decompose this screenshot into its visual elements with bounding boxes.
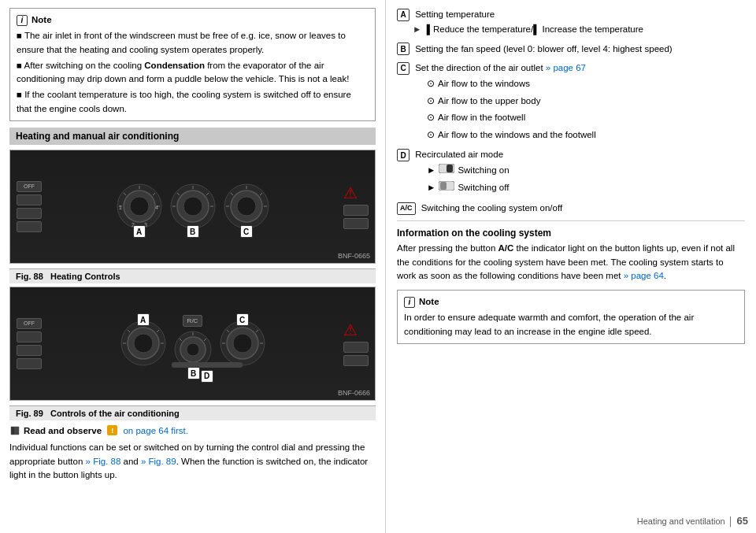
left-controls-88: OFF <box>17 181 42 232</box>
label-B-89: B <box>187 367 200 379</box>
caption-88: Fig. 88 Heating Controls <box>9 268 376 283</box>
switch-icon-on <box>439 163 454 179</box>
page-footer: Heating and ventilation │ 65 <box>637 515 748 527</box>
dial-C-89: C <box>219 320 266 367</box>
label-D-89: D <box>201 370 213 383</box>
section-item-AC: A/C Switching the cooling system on/off <box>397 202 745 215</box>
info-text: After pressing the button A/C the indica… <box>397 242 745 283</box>
dial-A-svg: 1 2 3 4 <box>116 183 163 230</box>
dial-C-svg-89 <box>219 320 266 367</box>
caption-text-88: Heating Controls <box>50 272 120 281</box>
badge-B: B <box>397 43 410 55</box>
left-controls-89: OFF <box>17 318 42 369</box>
btn-right2-89 <box>343 355 369 366</box>
section-item-D: D Recirculated air mode ► Switching on ► <box>397 148 745 195</box>
main-dials-88: 1 2 3 4 A <box>48 183 337 230</box>
sub-switching-off: ► Switching off <box>411 180 745 196</box>
read-observe-link[interactable]: on page 64 first. <box>120 426 188 435</box>
dial-A-svg-89 <box>120 320 167 367</box>
note-item-3: ■ If the coolant temperature is too high… <box>17 88 369 116</box>
svg-rect-54 <box>440 182 447 190</box>
body-text: Individual functions can be set or switc… <box>9 441 376 483</box>
item-D-label: Recirculated air mode <box>415 150 503 159</box>
panel-img-89: OFF <box>10 287 375 400</box>
dial-B-svg <box>169 183 217 230</box>
sub-text-1: Air flow to the windows <box>438 76 530 92</box>
air-icon-3: ⊙ <box>427 110 435 126</box>
fig88-link[interactable]: » Fig. 88 <box>86 457 121 466</box>
item-B-label: Setting the fan speed (level 0: blower o… <box>415 44 672 54</box>
sub-text-4: Air flow to the windows and the footwell <box>438 128 596 143</box>
note-box-left: i Note ■ The air inlet in front of the w… <box>9 8 376 121</box>
item-A-label: Setting temperature <box>415 9 495 19</box>
figure-89-wrapper: OFF <box>9 287 376 420</box>
svg-rect-52 <box>447 165 453 172</box>
caption-89: Fig. 89 Controls of the air conditioning <box>9 405 376 420</box>
dial-C-svg <box>223 183 270 230</box>
note-item-1: ■ The air inlet in front of the windscre… <box>17 29 369 57</box>
item-D-subs: ► Switching on ► Switching off <box>397 163 745 195</box>
switch-on-svg <box>439 164 454 173</box>
footer-label: Heating and ventilation <box>637 516 725 526</box>
right-controls-88: ⚠ <box>343 183 369 229</box>
sub-text-3: Air flow in the footwell <box>438 110 525 126</box>
svg-text:4: 4 <box>155 205 158 210</box>
fig89-link[interactable]: » Fig. 89 <box>141 457 176 466</box>
note-box-right: i Note In order to ensure adequate warmt… <box>397 290 745 344</box>
switch-icon-off <box>439 180 454 196</box>
item-A-sub-text: ▌Reduce the temperature/▌ Increase the t… <box>427 24 643 34</box>
section-item-C: C Set the direction of the air outlet » … <box>397 61 745 143</box>
footer-separator: │ <box>728 516 734 526</box>
dial-A-88: 1 2 3 4 A <box>116 183 163 230</box>
sub-item-footwell: ⊙ Air flow in the footwell <box>411 110 745 126</box>
exclamation-icon: ! <box>107 425 117 435</box>
item-C-link[interactable]: » page 67 <box>546 63 586 72</box>
read-observe: Read and observe ! on page 64 first. <box>9 425 376 436</box>
info-section: Information on the cooling system After … <box>397 228 745 283</box>
badge-C: C <box>397 62 410 75</box>
note-title: Note <box>32 13 52 27</box>
warning-triangle-89: ⚠ <box>343 320 369 339</box>
note-icon: i <box>17 15 28 26</box>
btn-sq1-89 <box>17 331 42 342</box>
figure-89: OFF <box>9 287 376 401</box>
info-heading: Information on the cooling system <box>397 228 745 239</box>
dial-A-scale-89 <box>120 320 167 367</box>
btn-sq3-89 <box>17 358 42 369</box>
bnf-89: BNF-0666 <box>338 389 370 397</box>
arrow-D-off: ► <box>427 180 435 196</box>
page-number: 65 <box>737 515 748 527</box>
air-icon-2: ⊙ <box>427 94 435 109</box>
dial-A-scale: 1 2 3 4 <box>116 183 163 230</box>
dial-B-88: B <box>169 183 217 230</box>
item-AC-label: Switching the cooling system on/off <box>421 203 562 213</box>
rc-btn-89: R/C <box>183 315 203 327</box>
switch-off-svg <box>439 181 454 191</box>
figure-88-wrapper: OFF <box>9 150 376 283</box>
sub-D-off: Switching off <box>458 180 509 196</box>
btn-right1-88 <box>343 205 369 216</box>
sub-item-both: ⊙ Air flow to the windows and the footwe… <box>411 128 745 143</box>
label-C-89: C <box>236 313 249 326</box>
arrow-icon-A: ► <box>413 24 421 34</box>
sub-D-on: Switching on <box>458 163 509 179</box>
dial-C-scale-89 <box>219 320 266 367</box>
note-header-right: i Note <box>404 295 738 309</box>
item-C-subs: ⊙ Air flow to the windows ⊙ Air flow to … <box>397 76 745 143</box>
label-A-89: A <box>137 313 150 326</box>
svg-point-22 <box>237 197 256 216</box>
note-text-1: The air inlet in front of the windscreen… <box>17 31 346 54</box>
label-C-88: C <box>240 225 253 238</box>
sub-item-upper: ⊙ Air flow to the upper body <box>411 94 745 109</box>
btn-off-89: OFF <box>17 318 42 329</box>
right-column: A Setting temperature ► ▌Reduce the temp… <box>386 0 756 533</box>
caption-prefix-88: Fig. 88 <box>16 272 43 281</box>
caption-text-89: Controls of the air conditioning <box>50 409 180 418</box>
info-link[interactable]: » page 64 <box>624 271 664 280</box>
book-icon <box>9 425 20 436</box>
figure-88: OFF <box>9 150 376 264</box>
panel-img-88: OFF <box>10 150 375 263</box>
divider-1 <box>397 220 745 221</box>
caption-prefix-89: Fig. 89 <box>16 409 43 418</box>
dial-C-scale <box>223 183 270 230</box>
